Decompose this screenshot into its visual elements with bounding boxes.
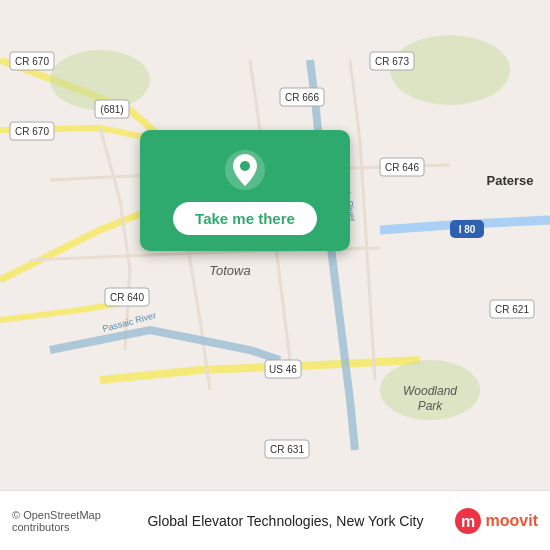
svg-text:CR 670: CR 670 <box>15 126 49 137</box>
svg-text:(681): (681) <box>100 104 123 115</box>
moovit-logo: m moovit <box>454 507 538 535</box>
svg-point-33 <box>240 161 250 171</box>
location-title: Global Elevator Technologies, New York C… <box>127 513 443 529</box>
svg-text:CR 621: CR 621 <box>495 304 529 315</box>
moovit-brand-icon: m <box>454 507 482 535</box>
svg-text:I 80: I 80 <box>459 224 476 235</box>
svg-text:CR 666: CR 666 <box>285 92 319 103</box>
svg-text:US 46: US 46 <box>269 364 297 375</box>
location-pin-icon <box>223 148 267 192</box>
svg-text:CR 673: CR 673 <box>375 56 409 67</box>
copyright-text: © OpenStreetMap contributors <box>12 509 117 533</box>
svg-text:Paterse: Paterse <box>487 173 534 188</box>
svg-text:Totowa: Totowa <box>209 263 250 278</box>
take-me-there-button[interactable]: Take me there <box>173 202 317 235</box>
svg-text:CR 646: CR 646 <box>385 162 419 173</box>
svg-text:CR 640: CR 640 <box>110 292 144 303</box>
bottom-bar: © OpenStreetMap contributors Global Elev… <box>0 490 550 550</box>
svg-text:CR 670: CR 670 <box>15 56 49 67</box>
moovit-brand-name: moovit <box>486 512 538 530</box>
svg-text:Woodland: Woodland <box>403 384 457 398</box>
svg-text:m: m <box>460 513 474 530</box>
svg-text:CR 631: CR 631 <box>270 444 304 455</box>
svg-text:Park: Park <box>418 399 444 413</box>
navigation-card: Take me there <box>140 130 350 251</box>
map-container: CR 670 CR 670 (681) CR 673 CR 666 CR 646… <box>0 0 550 490</box>
